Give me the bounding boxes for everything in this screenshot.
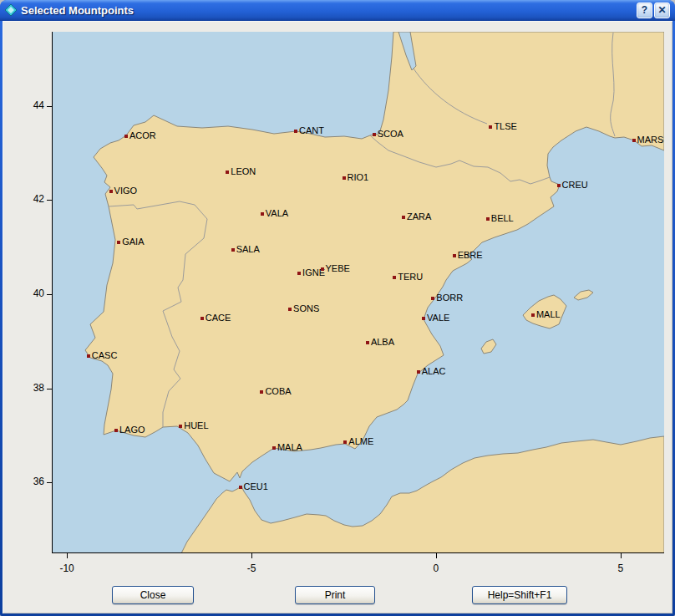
x-axis-tick-label: 5 [604, 563, 637, 574]
y-axis-tick [47, 200, 52, 201]
y-axis-tick-label: 38 [19, 382, 44, 394]
station-marker-icon [486, 217, 490, 221]
station-label: MARS [637, 134, 664, 146]
station-label: VALA [266, 207, 288, 220]
station-label: CACE [206, 312, 231, 324]
station-label: CASC [92, 349, 118, 362]
x-axis-tick-label: -10 [50, 563, 84, 574]
station-marker-icon [366, 341, 369, 344]
station-label: LEON [231, 165, 256, 178]
station-marker-icon [226, 171, 229, 174]
station-marker-icon [531, 313, 535, 317]
y-axis-tick [47, 389, 52, 389]
station-marker-icon [200, 317, 204, 320]
station-label: VALE [427, 312, 449, 324]
x-axis-tick [251, 553, 252, 558]
stations-layer: ACORCANTSCOATLSEMARSLEONRIO1VIGOCREUVALA… [52, 32, 664, 553]
station-marker-icon [260, 390, 263, 394]
station-marker-icon [393, 276, 396, 279]
station-marker-icon [294, 130, 297, 133]
y-axis-tick-label: 44 [19, 99, 44, 111]
station-marker-icon [239, 486, 242, 489]
station-marker-icon [117, 241, 120, 244]
x-axis-tick-label: 0 [419, 563, 453, 574]
station-label: RIO1 [348, 171, 369, 184]
station-marker-icon [343, 440, 347, 444]
y-axis-tick-label: 40 [19, 288, 44, 299]
station-label: ZARA [407, 211, 431, 223]
x-axis-tick [621, 553, 622, 558]
station-label: VIGO [114, 185, 138, 197]
station-marker-icon [109, 190, 113, 193]
y-axis-tick [47, 106, 52, 107]
x-axis-tick [436, 553, 437, 558]
map-plot: ACORCANTSCOATLSEMARSLEONRIO1VIGOCREUVALA… [52, 32, 664, 553]
station-label: BELL [491, 212, 514, 225]
station-label: CANT [299, 125, 324, 137]
station-marker-icon [288, 308, 292, 311]
station-label: ALAC [422, 365, 446, 378]
y-axis-tick [47, 482, 52, 483]
station-label: MALA [277, 441, 302, 454]
station-marker-icon [272, 446, 276, 450]
station-marker-icon [261, 212, 264, 216]
station-marker-icon [431, 297, 434, 300]
station-label: EBRE [458, 249, 483, 262]
y-axis-tick-label: 36 [19, 476, 44, 487]
station-marker-icon [321, 267, 324, 271]
dialog-body: ACORCANTSCOATLSEMARSLEONRIO1VIGOCREUVALA… [3, 21, 672, 613]
station-label: CREU [562, 179, 588, 191]
station-label: MALL [536, 308, 561, 321]
station-marker-icon [297, 272, 301, 275]
station-label: COBA [265, 385, 291, 398]
station-marker-icon [632, 139, 636, 142]
close-button[interactable]: Close [112, 586, 194, 604]
station-label: ACOR [129, 130, 156, 142]
station-marker-icon [557, 184, 561, 187]
y-axis-tick [47, 294, 52, 295]
x-axis-tick-label: -5 [235, 563, 268, 574]
y-axis-tick-label: 42 [19, 193, 44, 205]
x-axis-tick [67, 553, 68, 558]
titlebar-help-button[interactable]: ? [637, 3, 652, 18]
station-marker-icon [114, 429, 118, 432]
selected-mountpoints-window: Selected Mountpoints ? ✕ [0, 0, 675, 616]
print-button[interactable]: Print [295, 586, 375, 604]
station-label: ALBA [371, 336, 394, 349]
station-marker-icon [417, 370, 420, 374]
station-marker-icon [373, 133, 376, 136]
titlebar-close-button[interactable]: ✕ [654, 3, 670, 18]
station-marker-icon [489, 125, 492, 129]
station-label: LAGO [119, 424, 145, 436]
help-shortcut-button[interactable]: Help=Shift+F1 [472, 586, 567, 604]
station-label: ALME [348, 435, 373, 448]
station-marker-icon [453, 254, 456, 257]
station-label: CEU1 [244, 481, 268, 493]
station-label: SALA [236, 243, 260, 256]
station-label: BORR [436, 292, 463, 304]
station-label: SONS [293, 303, 319, 315]
station-label: GAIA [122, 236, 144, 248]
station-label: SCOA [378, 128, 403, 140]
station-marker-icon [231, 248, 235, 252]
app-icon [4, 3, 18, 17]
titlebar[interactable]: Selected Mountpoints ? ✕ [0, 0, 675, 21]
station-marker-icon [402, 216, 405, 219]
station-label: TERU [398, 271, 423, 283]
station-marker-icon [422, 317, 425, 320]
station-label: HUEL [184, 420, 208, 432]
station-marker-icon [343, 176, 346, 180]
window-title: Selected Mountpoints [18, 3, 635, 18]
station-label: TLSE [494, 120, 517, 133]
station-marker-icon [179, 425, 182, 428]
station-marker-icon [87, 354, 90, 358]
station-label: YEBE [326, 262, 350, 275]
station-marker-icon [124, 135, 128, 138]
